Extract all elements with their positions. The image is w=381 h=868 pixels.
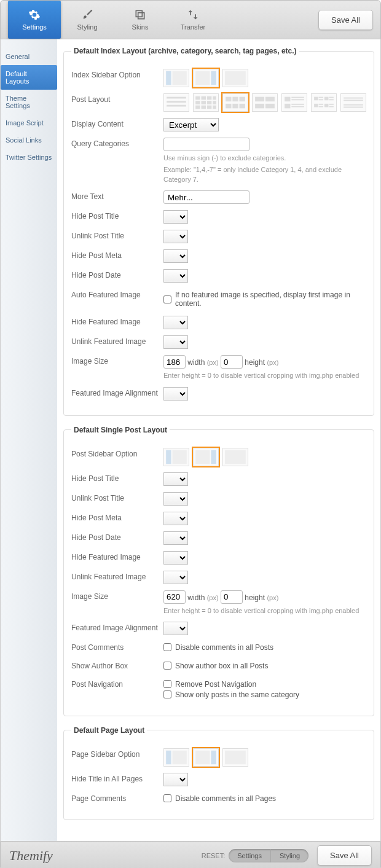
remove-post-nav-checkbox[interactable] (163, 680, 171, 688)
hide-post-date-select[interactable] (163, 531, 188, 545)
svg-rect-53 (344, 107, 363, 108)
hide-post-meta-select[interactable] (163, 249, 188, 263)
label-hide-post-title: Hide Post Title (71, 210, 163, 221)
label-hide-post-date: Hide Post Date (71, 531, 163, 542)
px-label: (px) (207, 359, 219, 366)
save-all-button-top[interactable]: Save All (318, 10, 373, 30)
tab-styling[interactable]: Styling (61, 1, 114, 39)
topbar: Settings Styling Skins Transfer Save All (0, 0, 381, 39)
svg-rect-43 (329, 99, 333, 100)
px-label: (px) (267, 359, 278, 366)
sidebar-right-option[interactable] (193, 69, 219, 87)
reset-styling-button[interactable]: Styling (270, 849, 308, 862)
query-categories-input[interactable] (163, 138, 249, 151)
hide-title-pages-select[interactable] (163, 773, 188, 786)
svg-rect-41 (324, 97, 329, 101)
image-height-input[interactable] (221, 590, 243, 604)
sidebar-none-option[interactable] (222, 69, 248, 87)
svg-rect-58 (225, 450, 246, 463)
section-legend: Default Single Post Layout (71, 426, 170, 434)
svg-rect-34 (291, 99, 304, 100)
post-layout-grid4[interactable] (193, 93, 219, 112)
svg-rect-31 (265, 104, 275, 108)
section-index-layout: Default Index Layout (archive, category,… (63, 47, 374, 416)
sidebar-item-image-script[interactable]: Image Script (1, 114, 57, 131)
more-text-input[interactable] (163, 190, 249, 204)
sidebar-none-option[interactable] (222, 748, 248, 767)
hide-featured-select[interactable] (163, 551, 188, 565)
reset-settings-button[interactable]: Settings (229, 849, 270, 862)
page-comments-checkbox[interactable] (163, 794, 171, 802)
sidebar-item-default-layouts[interactable]: Default Layouts (1, 65, 57, 90)
post-layout-grid2[interactable] (252, 93, 278, 112)
label-more-text: More Text (71, 190, 163, 201)
label-display-content: Display Content (71, 118, 163, 128)
gear-icon (28, 9, 41, 21)
display-content-select[interactable]: Excerpt (163, 118, 219, 131)
hide-featured-select[interactable] (163, 316, 188, 329)
label-post-navigation: Post Navigation (71, 678, 163, 689)
svg-rect-50 (344, 98, 363, 99)
sidebar-item-social-links[interactable]: Social Links (1, 131, 57, 149)
height-label: height (245, 593, 265, 601)
svg-rect-7 (167, 97, 186, 99)
sidebar-left-option[interactable] (163, 448, 189, 466)
featured-align-select[interactable] (163, 387, 188, 401)
post-layout-thumb[interactable] (281, 93, 307, 112)
auto-featured-checkbox[interactable] (163, 295, 171, 303)
sidebar-left-option[interactable] (163, 748, 189, 767)
label-hide-featured: Hide Featured Image (71, 316, 163, 326)
hide-post-meta-select[interactable] (163, 512, 188, 525)
svg-rect-1 (138, 13, 144, 19)
unlink-featured-select[interactable] (163, 571, 188, 584)
post-layout-list[interactable] (163, 93, 189, 112)
unlink-post-title-select[interactable] (163, 230, 188, 243)
featured-align-select[interactable] (163, 622, 188, 635)
height-label: height (245, 358, 265, 367)
unlink-post-title-select[interactable] (163, 492, 188, 506)
svg-rect-46 (319, 106, 323, 108)
sidebar-right-option[interactable] (193, 748, 219, 767)
svg-rect-4 (195, 71, 210, 85)
sidebar-none-option[interactable] (222, 448, 248, 466)
post-comments-checkbox[interactable] (163, 643, 171, 651)
tab-skins[interactable]: Skins (114, 1, 167, 39)
checkbox-label: Show author box in all Posts (175, 662, 268, 670)
label-post-layout: Post Layout (71, 93, 163, 104)
index-sidebar-options (163, 69, 366, 87)
svg-rect-8 (167, 101, 186, 103)
post-layout-2cols[interactable] (311, 93, 337, 112)
sidebar-item-general[interactable]: General (1, 48, 57, 65)
label-index-sidebar: Index Sidebar Option (71, 69, 163, 79)
label-unlink-featured: Unlink Featured Image (71, 571, 163, 581)
width-label: width (187, 593, 205, 601)
svg-rect-19 (202, 106, 206, 109)
svg-rect-48 (329, 104, 333, 105)
svg-rect-9 (167, 105, 186, 107)
svg-rect-16 (207, 101, 211, 104)
hide-post-date-select[interactable] (163, 269, 188, 283)
post-layout-grid3[interactable] (222, 93, 248, 112)
sidebar-item-twitter-settings[interactable]: Twitter Settings (1, 149, 57, 166)
svg-rect-24 (240, 97, 245, 101)
same-category-checkbox[interactable] (163, 690, 171, 698)
svg-rect-60 (172, 751, 186, 764)
tab-settings[interactable]: Settings (8, 1, 61, 39)
image-width-input[interactable] (163, 355, 186, 369)
checkbox-label: Remove Post Navigation (175, 680, 256, 689)
sidebar-left-option[interactable] (163, 69, 189, 87)
post-layout-listlg[interactable] (340, 93, 366, 112)
image-width-input[interactable] (163, 590, 186, 604)
image-height-input[interactable] (221, 355, 243, 369)
svg-rect-45 (319, 104, 323, 105)
save-all-button-bottom[interactable]: Save All (317, 845, 372, 866)
sidebar-item-theme-settings[interactable]: Theme Settings (1, 90, 57, 114)
tab-transfer[interactable]: Transfer (167, 1, 219, 39)
label-query-categories: Query Categories (71, 138, 163, 148)
sidebar-right-option[interactable] (193, 448, 219, 466)
hide-post-title-select[interactable] (163, 210, 188, 224)
unlink-featured-select[interactable] (163, 335, 188, 349)
hide-post-title-select[interactable] (163, 472, 188, 486)
checkbox-label: Show only posts in the same category (175, 690, 299, 699)
author-box-checkbox[interactable] (163, 662, 171, 670)
